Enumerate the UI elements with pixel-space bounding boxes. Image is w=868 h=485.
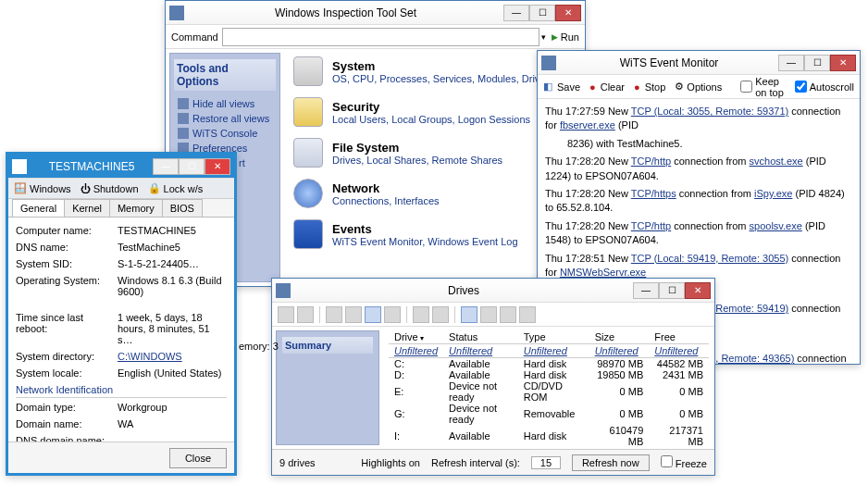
windows-menu[interactable]: 🪟 Windows xyxy=(14,182,71,194)
command-label: Command xyxy=(171,31,218,43)
property-value: WA xyxy=(118,418,227,429)
category-name[interactable]: Network xyxy=(332,181,440,195)
table-row[interactable]: C:AvailableHard disk98970 MB44582 MB xyxy=(389,358,709,370)
close-button[interactable] xyxy=(685,282,711,299)
event-link[interactable]: TCP/https xyxy=(631,188,676,199)
tool-icon[interactable] xyxy=(432,306,449,323)
close-button[interactable]: Close xyxy=(169,448,227,468)
clear-button[interactable]: Clear xyxy=(589,81,625,93)
process-link[interactable]: iSpy.exe xyxy=(754,188,792,199)
wits-title: Windows Inspection Tool Set xyxy=(188,6,503,19)
dropdown-icon[interactable]: ▾ xyxy=(541,32,546,42)
close-button[interactable]: ✕ xyxy=(205,158,230,175)
hidden-fragment: emory: 3 xyxy=(239,341,279,352)
maximize-button[interactable] xyxy=(529,5,555,21)
lock-menu[interactable]: 🔒 Lock w/s xyxy=(148,182,204,194)
process-link[interactable]: spoolsv.exe xyxy=(750,220,802,231)
options-button[interactable]: ⚙ Options xyxy=(675,81,722,93)
category-sub[interactable]: OS, CPU, Processes, Services, Modules, D… xyxy=(332,73,554,84)
summary-section[interactable]: Summary xyxy=(282,337,373,354)
property-value[interactable]: C:\WINDOWS xyxy=(118,351,227,362)
sidebar-item[interactable]: Restore all views xyxy=(174,111,276,126)
minimize-button[interactable] xyxy=(503,5,529,21)
property-label: System directory: xyxy=(16,351,118,362)
refresh-now-button[interactable]: Refresh now xyxy=(572,454,650,471)
save-button[interactable]: Save xyxy=(543,81,580,93)
tool-icon[interactable] xyxy=(297,306,314,323)
tool-icon[interactable] xyxy=(278,306,294,323)
command-input[interactable] xyxy=(222,28,539,46)
keep-on-top-checkbox[interactable]: Keep on top xyxy=(740,76,785,98)
drives-table: DriveStatusTypeSizeFreeUnfilteredUnfilte… xyxy=(389,330,709,449)
column-filter[interactable]: Unfiltered xyxy=(443,344,518,358)
category-sub[interactable]: WiTS Event Monitor, Windows Event Log xyxy=(332,236,518,247)
tool-icon[interactable] xyxy=(413,306,429,323)
column-filter[interactable]: Unfiltered xyxy=(649,344,709,358)
column-filter[interactable]: Unfiltered xyxy=(589,344,650,358)
maximize-button[interactable] xyxy=(659,282,685,299)
property-value: TESTMACHINE5 xyxy=(118,225,227,236)
category-name[interactable]: Security xyxy=(332,100,530,114)
property-label: Time since last reboot: xyxy=(16,312,118,345)
category-name[interactable]: File System xyxy=(332,141,502,155)
view-icon[interactable] xyxy=(519,306,536,323)
close-button[interactable] xyxy=(555,5,581,21)
view-icon[interactable] xyxy=(480,306,497,323)
drive-count: 9 drives xyxy=(279,457,316,468)
column-filter[interactable]: Unfiltered xyxy=(518,344,589,358)
maximize-button[interactable] xyxy=(179,158,205,175)
event-link[interactable]: TCP/http xyxy=(631,155,671,167)
column-header[interactable]: Status xyxy=(443,330,518,344)
filter-icon[interactable] xyxy=(365,306,381,323)
view-icon[interactable] xyxy=(461,306,477,323)
minimize-button[interactable] xyxy=(633,282,659,299)
table-row[interactable]: I:AvailableHard disk610479 MB217371 MB xyxy=(389,425,709,447)
view-icon[interactable] xyxy=(500,306,516,323)
column-header[interactable]: Size xyxy=(589,330,650,344)
shutdown-menu[interactable]: ⏻ Shutdown xyxy=(81,183,139,194)
property-row: System directory:C:\WINDOWS xyxy=(16,351,227,362)
process-link[interactable]: NMSWebServr.exe xyxy=(560,267,646,278)
column-header[interactable]: Type xyxy=(518,330,589,344)
sidebar-item[interactable]: Hide all views xyxy=(174,96,276,111)
property-value: Workgroup xyxy=(118,402,227,413)
maximize-button[interactable] xyxy=(804,55,830,71)
tab-kernel[interactable]: Kernel xyxy=(64,199,110,217)
tab-bios[interactable]: BIOS xyxy=(162,199,203,217)
export-icon[interactable] xyxy=(345,306,362,323)
event-row-sub: 8236) with TestMachine5. xyxy=(545,135,852,153)
category-name[interactable]: System xyxy=(332,59,554,73)
evtmon-title: WiTS Event Monitor xyxy=(560,56,778,69)
category-name[interactable]: Events xyxy=(332,222,518,236)
category-sub[interactable]: Drives, Local Shares, Remote Shares xyxy=(332,155,502,166)
category-sub[interactable]: Local Users, Local Groups, Logon Session… xyxy=(332,114,530,125)
event-link[interactable]: TCP/http xyxy=(631,220,671,231)
freeze-checkbox[interactable]: Freeze xyxy=(661,455,707,469)
column-header[interactable]: Free xyxy=(649,330,709,344)
event-row: Thu 17:28:20 New TCP/http connection fro… xyxy=(545,218,852,250)
column-header[interactable]: Drive xyxy=(389,330,443,344)
sidebar-item[interactable]: WiTS Console xyxy=(174,126,276,141)
close-button[interactable] xyxy=(830,55,856,71)
event-link[interactable]: TCP (Local: 3055, Remote: 59371) xyxy=(631,106,788,117)
process-link[interactable]: fbserver.exe xyxy=(560,119,615,131)
table-row[interactable]: G:Device not readyRemovable0 MB0 MB xyxy=(389,403,709,425)
minimize-button[interactable] xyxy=(778,55,804,71)
column-filter[interactable]: Unfiltered xyxy=(389,344,443,358)
save-icon[interactable] xyxy=(326,306,342,323)
event-link[interactable]: TCP (Local: 59419, Remote: 3055) xyxy=(631,253,788,264)
table-row[interactable]: D:AvailableHard disk19850 MB2431 MB xyxy=(389,369,709,380)
category-row: NetworkConnections, Interfaces xyxy=(293,179,576,208)
run-button[interactable]: Run xyxy=(552,31,579,43)
evtmon-toolbar: Save Clear Stop ⚙ Options Keep on top Au… xyxy=(538,75,860,99)
table-row[interactable]: E:Device not readyCD/DVD ROM0 MB0 MB xyxy=(389,380,709,403)
tab-general[interactable]: General xyxy=(12,199,65,217)
minimize-button[interactable] xyxy=(153,158,179,175)
process-link[interactable]: svchost.exe xyxy=(750,155,803,167)
stop-button[interactable]: Stop xyxy=(634,81,665,93)
autoscroll-checkbox[interactable]: Autoscroll xyxy=(795,81,854,93)
category-sub[interactable]: Connections, Interfaces xyxy=(332,195,440,206)
tab-memory[interactable]: Memory xyxy=(109,199,163,217)
tool-icon[interactable] xyxy=(384,306,401,323)
refresh-interval-input[interactable] xyxy=(531,456,561,469)
